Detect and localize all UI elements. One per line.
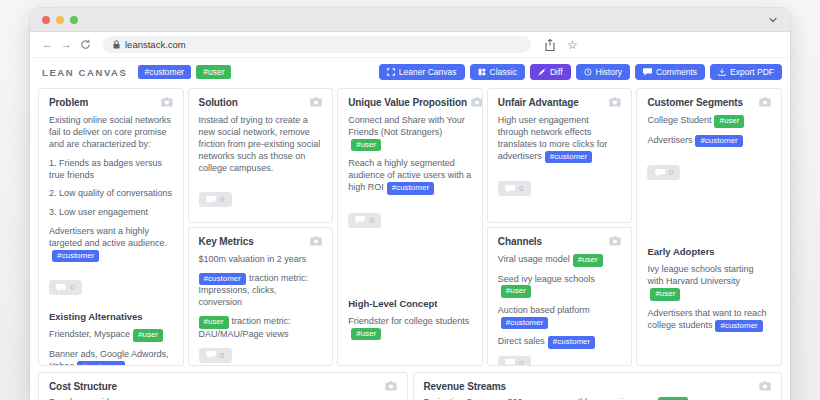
window-controls — [42, 16, 78, 24]
unfair-advantage-entry: High user engagement through network eff… — [498, 115, 622, 163]
metric-entry: #usertraction metric: DAU/MAU/Page views — [199, 316, 323, 340]
comment-bubble-icon — [206, 196, 216, 204]
comment-count: 0 — [369, 216, 373, 225]
pencil-icon — [538, 68, 546, 76]
user-tag: #user — [351, 139, 381, 152]
comment-count: 0 — [70, 283, 74, 292]
problem-entry: 2. Low quality of conversations — [49, 188, 173, 200]
card-title: Problem — [49, 97, 88, 108]
camera-icon[interactable] — [161, 97, 173, 107]
subsection-title: Early Adopters — [647, 246, 771, 257]
camera-icon[interactable] — [385, 381, 397, 391]
comments-badge[interactable]: 0 — [647, 165, 680, 180]
export-pdf-button[interactable]: Export PDF — [710, 64, 782, 81]
comments-button[interactable]: Comments — [635, 64, 705, 81]
share-icon[interactable] — [545, 39, 555, 51]
user-tag[interactable]: #user — [196, 65, 231, 79]
comments-badge[interactable]: 0 — [498, 356, 531, 366]
comment-bubble-icon — [206, 351, 216, 359]
comments-badge[interactable]: 0 — [348, 213, 381, 228]
back-icon[interactable]: ← — [42, 39, 53, 50]
canvas-bottom-row: Cost Structure People: unpaid Revenue St… — [30, 368, 790, 400]
card-channels[interactable]: Channels Viral usage model#user Seed ivy… — [487, 227, 633, 366]
address-bar[interactable]: leanstack.com — [103, 36, 531, 53]
card-unfair-advantage[interactable]: Unfair Advantage High user engagement th… — [487, 88, 633, 223]
subsection-title: High-Level Concept — [348, 298, 472, 309]
comment-bubble-icon — [355, 216, 365, 224]
card-title: Cost Structure — [49, 381, 117, 392]
channel-entry: Seed ivy league schools#user — [498, 274, 622, 298]
forward-icon[interactable]: → — [61, 39, 72, 50]
leaner-canvas-button[interactable]: Leaner Canvas — [379, 64, 465, 81]
download-icon — [718, 68, 726, 76]
section-existing-alternatives: Existing Alternatives Friendster, Myspac… — [49, 311, 173, 366]
camera-icon[interactable] — [759, 97, 771, 107]
customer-tag: #customer — [545, 151, 592, 164]
classic-button[interactable]: Classic — [470, 64, 525, 81]
card-problem[interactable]: Problem Existing online social networks … — [38, 88, 184, 366]
card-revenue-streams[interactable]: Revenue Streams Derivative Currency: 300… — [413, 372, 783, 400]
problem-entry: 3. Low user engagement — [49, 207, 173, 219]
comments-badge[interactable]: 0 — [498, 181, 531, 196]
comments-badge[interactable]: 0 — [49, 280, 82, 295]
comments-badge[interactable]: 0 — [199, 348, 232, 363]
minimize-window-button[interactable] — [56, 16, 64, 24]
comment-count: 0 — [669, 168, 673, 177]
reload-icon[interactable] — [80, 39, 91, 50]
comment-bubble-icon — [655, 169, 665, 177]
url-text: leanstack.com — [125, 39, 186, 50]
camera-icon[interactable] — [471, 97, 483, 107]
camera-icon[interactable] — [609, 236, 621, 246]
alternatives-entry: Friendster, Myspace#user — [49, 329, 173, 342]
window-titlebar — [30, 8, 790, 32]
customer-tag: #customer — [199, 273, 246, 286]
user-tag: #user — [199, 316, 229, 329]
camera-icon[interactable] — [609, 97, 621, 107]
problem-entry: Existing online social networks fail to … — [49, 115, 173, 151]
diff-button[interactable]: Diff — [530, 64, 571, 81]
channel-entry: Auction based platform#customer — [498, 305, 622, 329]
zoom-window-button[interactable] — [70, 16, 78, 24]
chevron-down-icon[interactable] — [768, 15, 778, 25]
channel-entry: Viral usage model#user — [498, 254, 622, 267]
channel-entry: Direct sales#customer — [498, 336, 622, 349]
uvp-entry: Connect and Share with Your Friends (Not… — [348, 115, 472, 151]
early-adopter-entry: Ivy league schools starting with Harvard… — [647, 264, 771, 300]
metric-entry: $100m valuation in 2 years — [199, 254, 323, 266]
user-tag: #user — [714, 115, 744, 128]
comments-badge[interactable]: 0 — [199, 192, 232, 207]
concept-entry: Friendster for college students#user — [348, 316, 472, 340]
customer-tag: #customer — [695, 135, 742, 148]
card-title: Solution — [199, 97, 238, 108]
camera-icon[interactable] — [759, 381, 771, 391]
card-customer-segments[interactable]: Customer Segments College Student#user A… — [636, 88, 782, 366]
card-solution[interactable]: Solution Instead of trying to create a n… — [188, 88, 334, 223]
segment-entry: College Student#user — [647, 115, 771, 128]
lock-icon — [113, 40, 120, 49]
comment-bubble-icon — [505, 359, 515, 366]
close-window-button[interactable] — [42, 16, 50, 24]
early-adopter-entry: Advertisers that want to reach college s… — [647, 308, 771, 332]
problem-entry: Advertisers want a highly targeted and a… — [49, 226, 173, 262]
user-tag: #user — [573, 254, 603, 267]
card-title: Channels — [498, 236, 542, 247]
camera-icon[interactable] — [310, 97, 322, 107]
comment-bubble-icon — [505, 185, 515, 193]
expand-icon — [387, 68, 395, 76]
grid-icon — [478, 68, 486, 76]
card-cost-structure[interactable]: Cost Structure People: unpaid — [38, 372, 408, 400]
camera-icon[interactable] — [310, 236, 322, 246]
customer-tag[interactable]: #customer — [138, 65, 192, 79]
user-tag: #user — [351, 328, 381, 341]
comment-count: 0 — [519, 359, 523, 366]
history-button[interactable]: History — [576, 64, 630, 81]
lean-canvas-grid: Problem Existing online social networks … — [30, 86, 790, 368]
segment-entry: Advertisers#customer — [647, 135, 771, 148]
app-header: LEAN CANVAS #customer #user Leaner Canva… — [30, 58, 790, 86]
card-unique-value-proposition[interactable]: Unique Value Proposition Connect and Sha… — [337, 88, 483, 366]
browser-toolbar: ← → leanstack.com ☆ — [30, 32, 790, 58]
alternatives-entry: Banner ads, Google Adwords, Yahoo#custom… — [49, 349, 173, 366]
bookmark-star-icon[interactable]: ☆ — [567, 39, 578, 51]
comment-count: 0 — [220, 195, 224, 204]
card-key-metrics[interactable]: Key Metrics $100m valuation in 2 years #… — [188, 227, 334, 366]
